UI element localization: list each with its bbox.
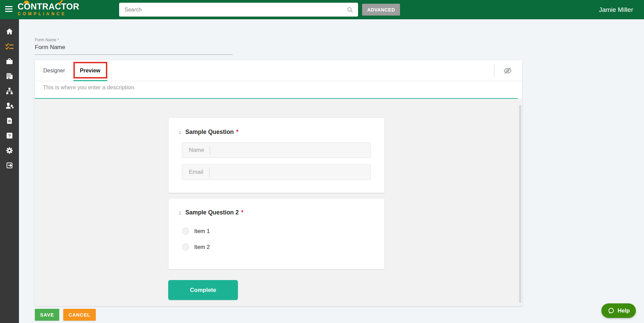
radio-button[interactable] xyxy=(182,228,189,235)
input-caret xyxy=(209,167,209,177)
sidebar-item-contractors[interactable] xyxy=(5,102,14,110)
cancel-button[interactable]: CANCEL xyxy=(63,309,96,321)
radio-button[interactable] xyxy=(182,244,189,251)
form-name-field: Form Name * Form Name xyxy=(35,38,233,55)
home-icon xyxy=(5,27,14,36)
form-description[interactable]: This is where you enter a description. xyxy=(35,81,518,99)
hard-hat-icon xyxy=(24,1,29,3)
left-sidebar-nav: ? xyxy=(0,19,19,323)
chat-bubble-icon xyxy=(607,307,615,315)
logo-text-top: CONTRACTOR ✓ xyxy=(18,2,85,11)
main-content: Form Name * Form Name Designer Preview xyxy=(19,19,644,323)
app-logo[interactable]: CONTRACTOR ✓ COMPLIANCE xyxy=(18,2,85,16)
form-preview-pane: 1. Sample Question * Name Email xyxy=(35,99,522,306)
sidebar-item-jobs[interactable] xyxy=(5,57,14,65)
user-menu[interactable]: Jamie Miller xyxy=(599,0,633,19)
checklist-icon xyxy=(5,42,14,50)
sidebar-item-home[interactable] xyxy=(5,27,14,36)
name-field[interactable]: Name xyxy=(182,142,371,158)
global-search xyxy=(119,3,358,17)
eye-slash-icon xyxy=(503,66,512,75)
help-icon: ? xyxy=(5,132,14,140)
logo-text-bottom: COMPLIANCE xyxy=(18,11,85,16)
tab-bar: Designer Preview xyxy=(35,60,522,81)
tab-bar-actions xyxy=(494,60,522,81)
sidebar-item-documents[interactable] xyxy=(5,117,14,125)
building-icon xyxy=(5,72,14,80)
document-icon xyxy=(5,117,14,125)
form-name-label: Form Name * xyxy=(35,38,233,42)
email-field[interactable]: Email xyxy=(182,164,371,180)
app-window: CONTRACTOR ✓ COMPLIANCE ADVANCED Jamie M… xyxy=(0,0,644,323)
tab-designer[interactable]: Designer xyxy=(43,68,65,74)
check-mark-icon: ✓ xyxy=(57,0,65,7)
search-input[interactable] xyxy=(119,7,347,13)
hide-preview-button[interactable] xyxy=(503,66,512,75)
briefcase-icon xyxy=(5,57,14,65)
question-1-title: 1. Sample Question * xyxy=(179,129,384,136)
question-number: 1. xyxy=(179,130,182,135)
sidebar-item-companies[interactable] xyxy=(5,72,14,80)
help-button-label: Help xyxy=(618,307,630,314)
advanced-search-button[interactable]: ADVANCED xyxy=(362,4,400,16)
required-asterisk: * xyxy=(241,209,243,216)
radio-label: Item 2 xyxy=(194,244,210,250)
question-text: Sample Question 2 xyxy=(185,209,239,216)
user-name-label: Jamie Miller xyxy=(599,6,633,14)
svg-text:?: ? xyxy=(8,133,11,138)
logout-icon xyxy=(5,161,14,169)
sidebar-item-forms-active[interactable] xyxy=(5,42,14,50)
settings-gear-icon xyxy=(5,146,14,155)
sidebar-item-org-chart[interactable] xyxy=(5,87,14,95)
tab-preview-label: Preview xyxy=(80,68,100,73)
required-asterisk: * xyxy=(236,129,239,136)
question-card-2: 2. Sample Question 2 * Item 1 Item 2 xyxy=(169,199,384,269)
form-name-input[interactable]: Form Name xyxy=(35,44,233,55)
form-builder-card: Designer Preview xyxy=(35,60,522,306)
help-button[interactable]: Help xyxy=(601,303,636,318)
sidebar-item-settings[interactable] xyxy=(5,146,14,155)
question-2-title: 2. Sample Question 2 * xyxy=(179,209,384,216)
active-tab-indicator xyxy=(73,80,107,81)
sidebar-item-support[interactable]: ? xyxy=(5,132,14,140)
question-card-1: 1. Sample Question * Name Email xyxy=(169,118,384,193)
hamburger-menu-icon[interactable] xyxy=(5,6,13,13)
sidebar-item-logout[interactable] xyxy=(5,161,14,169)
radio-label: Item 1 xyxy=(194,228,210,234)
preview-scrollbar[interactable] xyxy=(519,105,521,303)
vertical-divider xyxy=(494,65,494,77)
email-field-label: Email xyxy=(182,169,203,176)
input-caret xyxy=(210,145,210,155)
radio-option-item-1[interactable]: Item 1 xyxy=(182,228,210,235)
org-chart-icon xyxy=(5,87,14,95)
complete-button[interactable]: Complete xyxy=(168,280,238,300)
top-header-bar: CONTRACTOR ✓ COMPLIANCE ADVANCED Jamie M… xyxy=(0,0,644,19)
question-text: Sample Question xyxy=(185,129,234,136)
name-field-label: Name xyxy=(182,147,204,154)
question-number: 2. xyxy=(179,210,182,215)
radio-option-item-2[interactable]: Item 2 xyxy=(182,244,210,251)
save-button[interactable]: SAVE xyxy=(35,309,59,321)
search-icon xyxy=(347,6,353,13)
tab-preview[interactable]: Preview xyxy=(80,68,100,74)
worker-settings-icon xyxy=(5,102,14,110)
